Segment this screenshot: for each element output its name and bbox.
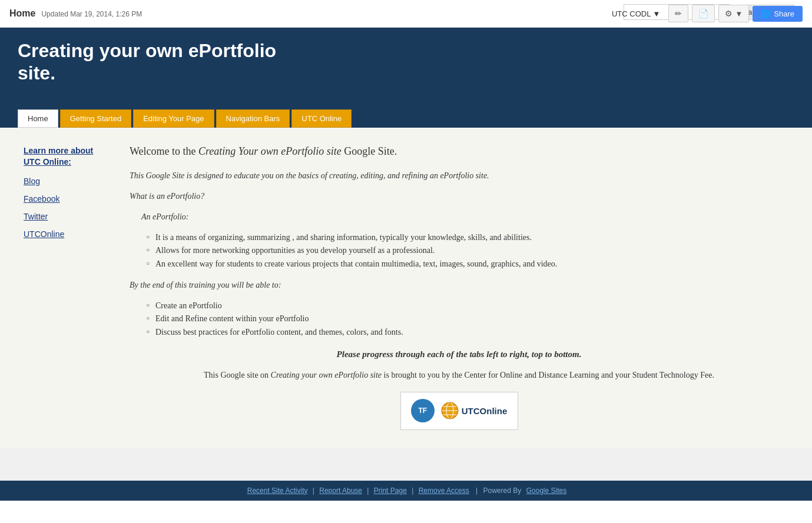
top-bar: Home Updated Mar 19, 2014, 1:26 PM UTC C… — [0, 0, 812, 28]
footer-link-recent-site-activity[interactable]: Recent Site Activity — [247, 487, 308, 495]
nav-item-getting-started[interactable]: Getting Started — [60, 109, 131, 128]
what-is-heading: What is an ePortfolio? — [130, 190, 788, 202]
by-end-heading: By the end of this training you will be … — [130, 279, 788, 291]
top-bar-left: Home Updated Mar 19, 2014, 1:26 PM — [9, 8, 142, 19]
bullets-section1: It is a means of organizing, summarizing… — [147, 231, 788, 271]
more-actions-button[interactable]: ▼ — [718, 5, 749, 22]
list-item: It is a means of organizing, summarizing… — [147, 231, 788, 244]
edit-page-button[interactable] — [668, 5, 688, 22]
footer-separator: | — [410, 487, 416, 495]
footer-separator: | — [365, 487, 371, 495]
main-text: Welcome to the Creating Your own ePortfo… — [130, 145, 788, 430]
powered-by-label: Powered By — [483, 487, 521, 495]
eportfolio-label: An ePortfolio: — [141, 211, 788, 223]
nav-item-home[interactable]: Home — [18, 109, 58, 128]
progress-note: Please progress through each of the tabs… — [130, 349, 788, 359]
sidebar-title: Learn more about UTC Online: — [24, 145, 118, 168]
top-bar-right: UTC CODL ▼ ▼ Share — [612, 5, 803, 22]
utc-codl-menu[interactable]: UTC CODL ▼ — [612, 9, 660, 18]
share-label: Share — [774, 9, 794, 18]
footer-link-remove-access[interactable]: Remove Access — [419, 487, 469, 495]
footer-content-text: This Google site on Creating your own eP… — [130, 369, 788, 382]
footer-separator: | — [310, 487, 316, 495]
bullets-section2: Create an ePortfolioEdit and Refine cont… — [147, 299, 788, 339]
sidebar-link-blog[interactable]: Blog — [24, 176, 118, 186]
share-globe-icon — [761, 9, 770, 18]
doc-icon — [698, 9, 708, 18]
logo-box: TF UTCOnline — [400, 392, 518, 430]
nav-item-editing-your-page[interactable]: Editing Your Page — [133, 109, 214, 128]
site-header: Search this site Creating your own ePort… — [0, 28, 812, 128]
footer-link-print-page[interactable]: Print Page — [374, 487, 407, 495]
gear-icon — [725, 9, 733, 18]
main-container: Learn more about UTC Online: BlogFaceboo… — [0, 128, 812, 481]
list-item: An excellent way for students to create … — [147, 258, 788, 271]
footer-bar: Recent Site Activity | Report Abuse | Pr… — [0, 481, 812, 501]
welcome-heading: Welcome to the Creating Your own ePortfo… — [130, 145, 788, 158]
page-title: Home — [9, 8, 35, 19]
sidebar-link-utconline[interactable]: UTCOnline — [24, 229, 118, 239]
site-title: Creating your own ePortfolio site. — [18, 39, 371, 85]
footer-link-report-abuse[interactable]: Report Abuse — [319, 487, 362, 495]
globe-icon — [440, 401, 459, 420]
sidebar-links: BlogFacebookTwitterUTCOnline — [24, 176, 118, 239]
utconline-logo: UTCOnline — [440, 401, 508, 420]
intro-para: This Google Site is designed to educate … — [130, 169, 788, 182]
navigation-bar: HomeGetting StartedEditing Your PageNavi… — [18, 102, 794, 128]
page-history-button[interactable] — [692, 5, 715, 22]
list-item: Edit and Refine content within your ePor… — [147, 312, 788, 325]
updated-timestamp: Updated Mar 19, 2014, 1:26 PM — [41, 10, 142, 18]
footer-separator-powered: | — [476, 487, 479, 495]
list-item: Discuss best practices for ePortfolio co… — [147, 326, 788, 339]
gear-dropdown-arrow: ▼ — [735, 9, 743, 18]
sidebar-link-facebook[interactable]: Facebook — [24, 194, 118, 204]
list-item: Allows for more networking opportunities… — [147, 244, 788, 257]
sidebar-link-twitter[interactable]: Twitter — [24, 212, 118, 221]
share-button[interactable]: Share — [753, 6, 803, 22]
nav-item-navigation-bars[interactable]: Navigation Bars — [216, 109, 290, 128]
nav-item-utc-online[interactable]: UTC Online — [291, 109, 352, 128]
list-item: Create an ePortfolio — [147, 299, 788, 312]
tf-logo: TF — [411, 399, 435, 422]
content-area: Learn more about UTC Online: BlogFaceboo… — [0, 128, 812, 448]
pencil-icon — [675, 9, 682, 18]
google-sites-link[interactable]: Google Sites — [526, 487, 567, 495]
sidebar: Learn more about UTC Online: BlogFaceboo… — [24, 145, 130, 430]
footer-links-container: Recent Site Activity | Report Abuse | Pr… — [246, 487, 470, 495]
